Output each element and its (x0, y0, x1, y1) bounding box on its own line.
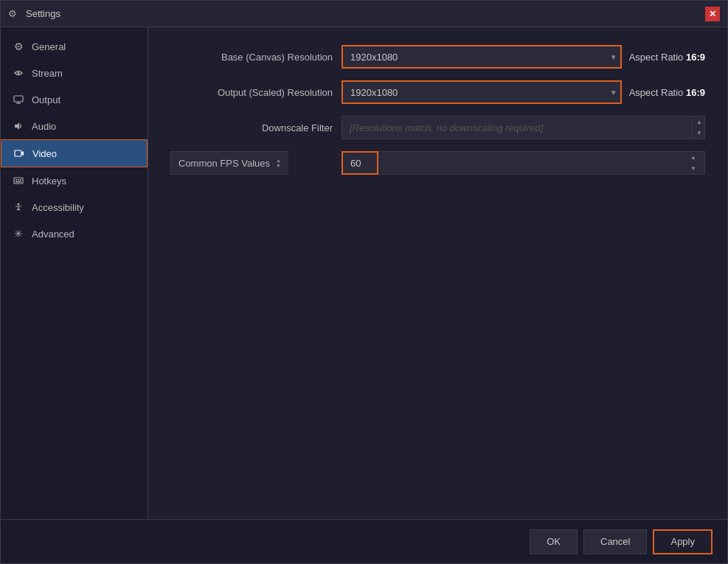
svg-rect-9 (15, 181, 21, 183)
sidebar: ⚙ General Stream (1, 27, 148, 519)
fps-up-btn[interactable]: ▲ (687, 152, 700, 163)
sidebar-label-general: General (32, 41, 66, 52)
fps-rest-box: ▲ ▼ (378, 151, 705, 175)
audio-icon (13, 120, 24, 132)
settings-icon: ⚙ (8, 8, 20, 20)
output-resolution-label: Output (Scaled) Resolution (170, 87, 333, 98)
svg-point-0 (18, 72, 20, 74)
output-resolution-select-wrapper: 1920x1080 1280x720 3840x2160 ▼ (342, 80, 622, 104)
output-icon (13, 94, 24, 105)
stream-icon (13, 67, 24, 79)
sidebar-item-video[interactable]: Video (1, 139, 148, 167)
fps-label-down-arrow[interactable]: ▼ (276, 163, 281, 168)
settings-window: ⚙ Settings ✕ ⚙ General Stream (0, 0, 728, 564)
accessibility-icon (13, 201, 24, 213)
svg-rect-8 (20, 179, 21, 181)
downscale-filter-row: Downscale Filter [Resolutions match, no … (170, 116, 705, 139)
svg-rect-6 (15, 179, 17, 181)
svg-rect-4 (15, 150, 21, 156)
sidebar-item-advanced[interactable]: ✳ Advanced (1, 220, 148, 247)
fps-down-btn[interactable]: ▼ (687, 163, 700, 174)
sidebar-item-hotkeys[interactable]: Hotkeys (1, 167, 148, 194)
hotkeys-icon (13, 175, 24, 187)
ok-button[interactable]: OK (530, 529, 578, 554)
downscale-placeholder: [Resolutions match, no downscaling requi… (342, 116, 692, 139)
sidebar-item-output[interactable]: Output (1, 86, 148, 113)
fps-control-group: 60 ▲ ▼ (342, 151, 705, 175)
fps-value-box: 60 (342, 151, 378, 175)
sidebar-item-general[interactable]: ⚙ General (1, 33, 148, 60)
fps-label-arrows: ▲ ▼ (276, 158, 281, 168)
fps-value-row: 60 ▲ ▼ (342, 151, 705, 175)
main-content: ⚙ General Stream (1, 27, 727, 519)
titlebar: ⚙ Settings ✕ (1, 1, 727, 27)
fps-label-box-row: Common FPS Values ▲ ▼ (170, 151, 333, 175)
output-aspect-ratio-label: Aspect Ratio 16:9 (629, 87, 705, 98)
fps-label-up-arrow[interactable]: ▲ (276, 158, 281, 163)
downscale-spinner[interactable]: ▲ ▼ (692, 116, 705, 139)
output-resolution-select[interactable]: 1920x1080 1280x720 3840x2160 (342, 80, 622, 104)
output-resolution-control-group: 1920x1080 1280x720 3840x2160 ▼ Aspect Ra… (342, 80, 705, 104)
fps-label: Common FPS Values ▲ ▼ (170, 151, 333, 175)
fps-rest-arrows: ▲ ▼ (687, 152, 704, 174)
cancel-button[interactable]: Cancel (583, 529, 647, 554)
base-resolution-control-group: 1920x1080 1280x720 3840x2160 ▼ Aspect Ra… (342, 45, 705, 69)
titlebar-left: ⚙ Settings (8, 8, 60, 20)
svg-point-10 (18, 203, 20, 206)
base-resolution-select-wrapper: 1920x1080 1280x720 3840x2160 ▼ (342, 45, 622, 69)
sidebar-label-audio: Audio (32, 121, 56, 132)
downscale-group: [Resolutions match, no downscaling requi… (342, 116, 705, 139)
base-resolution-select[interactable]: 1920x1080 1280x720 3840x2160 (342, 45, 622, 69)
sidebar-label-advanced: Advanced (32, 229, 74, 240)
downscale-filter-label: Downscale Filter (170, 122, 333, 133)
sidebar-item-stream[interactable]: Stream (1, 60, 148, 86)
fps-row: Common FPS Values ▲ ▼ 60 ▲ (170, 151, 705, 175)
output-resolution-row: Output (Scaled) Resolution 1920x1080 128… (170, 80, 705, 104)
sidebar-item-audio[interactable]: Audio (1, 113, 148, 139)
svg-rect-7 (18, 179, 19, 181)
base-resolution-row: Base (Canvas) Resolution 1920x1080 1280x… (170, 45, 705, 69)
downscale-down-btn[interactable]: ▼ (693, 128, 706, 139)
sidebar-item-accessibility[interactable]: Accessibility (1, 194, 148, 220)
sidebar-label-accessibility: Accessibility (32, 202, 84, 213)
video-icon (13, 147, 25, 159)
svg-rect-1 (14, 96, 23, 102)
close-button[interactable]: ✕ (705, 7, 720, 21)
downscale-up-btn[interactable]: ▲ (693, 116, 706, 128)
sidebar-label-output: Output (32, 94, 60, 105)
footer: OK Cancel Apply (1, 519, 727, 563)
content-area: Base (Canvas) Resolution 1920x1080 1280x… (148, 27, 727, 519)
advanced-icon: ✳ (13, 228, 24, 240)
window-title: Settings (26, 8, 60, 19)
fps-label-box: Common FPS Values ▲ ▼ (170, 151, 288, 175)
sidebar-label-hotkeys: Hotkeys (32, 175, 66, 187)
base-resolution-label: Base (Canvas) Resolution (170, 52, 333, 63)
apply-button[interactable]: Apply (653, 529, 713, 554)
sidebar-label-video: Video (32, 148, 57, 159)
sidebar-label-stream: Stream (32, 68, 63, 79)
downscale-filter-control-group: [Resolutions match, no downscaling requi… (342, 116, 705, 139)
base-aspect-ratio-label: Aspect Ratio 16:9 (629, 52, 705, 63)
general-icon: ⚙ (13, 41, 24, 52)
